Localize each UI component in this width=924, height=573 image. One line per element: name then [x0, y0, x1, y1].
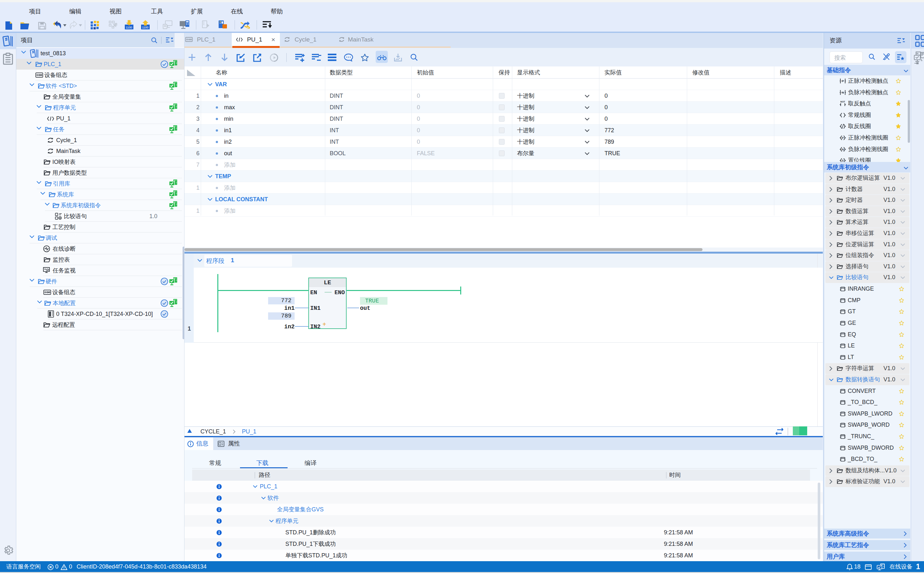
svg-text:1100: 1100: [126, 26, 132, 29]
svg-text:1100: 1100: [142, 26, 148, 29]
svg-text:P: P: [842, 136, 844, 139]
svg-text:N: N: [842, 148, 844, 151]
svg-text:NOT: NOT: [840, 100, 846, 103]
